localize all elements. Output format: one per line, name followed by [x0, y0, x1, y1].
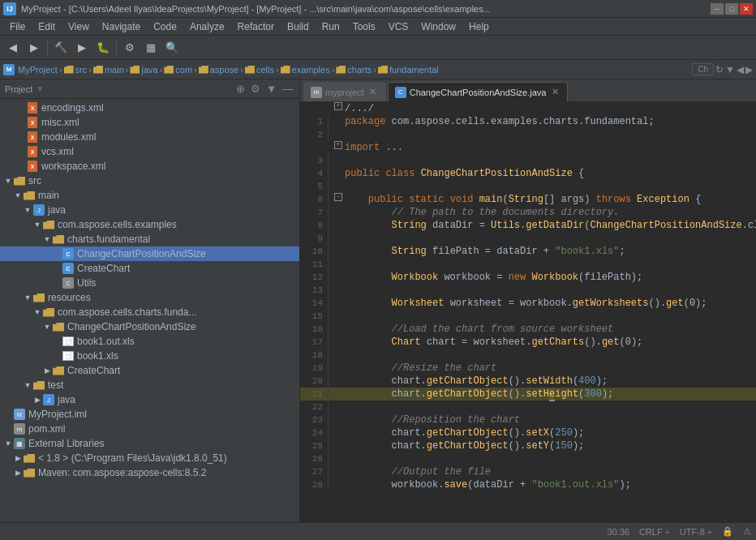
menu-item-file[interactable]: File	[3, 19, 32, 34]
code-content-28: workbook.save(dataDir + "book1.out.xls")…	[345, 478, 756, 491]
menu-item-code[interactable]: Code	[147, 19, 183, 34]
tree-item-modules[interactable]: X modules.xml	[0, 130, 299, 144]
toolbar-grid[interactable]: ▦	[141, 38, 161, 58]
tree-item-change-chart[interactable]: C ChangeChartPositionAndSize	[0, 246, 299, 261]
menu-item-edit[interactable]: Edit	[32, 19, 62, 34]
toolbar-forward[interactable]: ▶	[24, 38, 44, 58]
tree-item-createchart-folder[interactable]: ▶ CreateChart	[0, 363, 299, 378]
breadcrumb-examples[interactable]: examples	[292, 65, 330, 75]
menu-item-view[interactable]: View	[62, 19, 96, 34]
tree-item-main[interactable]: ▼ main	[0, 188, 299, 203]
project-panel-dropdown-icon[interactable]: ▼	[36, 84, 44, 93]
breadcrumb-charts[interactable]: charts	[347, 65, 372, 75]
tree-item-book1out[interactable]: 📄 book1.out.xls	[0, 334, 299, 349]
tree-arrow-resources[interactable]: ▼	[23, 294, 32, 302]
menu-item-help[interactable]: Help	[462, 19, 496, 34]
breadcrumb-fundamental[interactable]: fundamental	[389, 65, 439, 75]
code-line-14: 14 Worksheet worksheet = workbook.getWor…	[300, 297, 756, 310]
tree-item-maven[interactable]: ▶ Maven: com.aspose:aspose-cells:8.5.2	[0, 465, 299, 480]
tree-item-book1[interactable]: 📄 book1.xls	[0, 349, 299, 363]
panel-icon-1[interactable]: ⊕	[236, 83, 245, 95]
menu-item-run[interactable]: Run	[316, 19, 346, 34]
menu-item-build[interactable]: Build	[281, 19, 316, 34]
tree-item-res-change-folder[interactable]: ▼ ChangeChartPositionAndSize	[0, 319, 299, 334]
tree-item-res-com[interactable]: ▼ com.aspose.cells.charts.funda...	[0, 305, 299, 319]
minimize-button[interactable]: –	[711, 3, 724, 15]
tree-item-charts-fundamental[interactable]: ▼ charts.fundamental	[0, 232, 299, 246]
tree-arrow-test-java[interactable]: ▶	[32, 396, 42, 404]
tree-item-iml[interactable]: M MyProject.iml	[0, 407, 299, 422]
breadcrumb-run[interactable]: ▶	[745, 64, 753, 75]
toolbar-build[interactable]: 🔨	[51, 38, 71, 58]
tree-arrow-createchart-folder[interactable]: ▶	[42, 366, 52, 375]
toolbar-back[interactable]: ◀	[3, 38, 23, 58]
menu-item-analyze[interactable]: Analyze	[183, 19, 231, 34]
tree-item-test-java[interactable]: ▶ J java	[0, 392, 299, 407]
menu-item-vcs[interactable]: VCS	[382, 19, 415, 34]
tab-myproject[interactable]: m myproject ✕	[303, 82, 386, 101]
tab-close-myproject[interactable]: ✕	[367, 87, 379, 98]
maximize-button[interactable]: □	[725, 3, 738, 15]
tree-item-encodings[interactable]: X encodings.xml	[0, 101, 299, 115]
tree-arrow-com-aspose[interactable]: ▼	[32, 221, 42, 229]
fold-marker-method[interactable]: -	[332, 193, 345, 201]
menu-item-tools[interactable]: Tools	[346, 19, 382, 34]
tree-arrow-main[interactable]: ▼	[13, 191, 23, 199]
tree-item-java[interactable]: ▼ J java	[0, 203, 299, 217]
tree-item-vcs[interactable]: X vcs.xml	[0, 144, 299, 159]
tree-arrow-charts-fundamental[interactable]: ▼	[42, 235, 52, 243]
tree-arrow-ext-libs[interactable]: ▼	[3, 439, 13, 448]
panel-icon-3[interactable]: ▼	[266, 83, 277, 95]
status-lock-icon[interactable]: 🔒	[722, 526, 733, 537]
breadcrumb-dropdown[interactable]: ▼	[725, 64, 735, 75]
breadcrumb-myproject[interactable]: MyProject	[18, 65, 58, 75]
menu-item-refactor[interactable]: Refactor	[231, 19, 281, 34]
tree-arrow-test[interactable]: ▼	[23, 381, 32, 389]
tree-arrow-maven[interactable]: ▶	[13, 469, 23, 477]
breadcrumb-src[interactable]: src	[75, 65, 88, 75]
breadcrumb-left[interactable]: ◀	[737, 64, 744, 75]
breadcrumb-main[interactable]: main	[105, 65, 124, 75]
tree-item-com-aspose[interactable]: ▼ com.aspose.cells.examples	[0, 217, 299, 232]
breadcrumb-ch-button[interactable]: Ch	[692, 63, 714, 75]
tree-arrow-res-com[interactable]: ▼	[32, 308, 42, 316]
tab-change-chart[interactable]: C ChangeChartPositionAndSize.java ✕	[388, 82, 569, 101]
tree-item-pom[interactable]: m pom.xml	[0, 422, 299, 436]
line-num-13: 13	[300, 284, 329, 297]
tree-icon-change-chart: C	[62, 248, 75, 259]
menu-item-navigate[interactable]: Navigate	[96, 19, 147, 34]
tree-item-create-chart[interactable]: C CreateChart	[0, 261, 299, 276]
tree-item-workspace[interactable]: X workspace.xml	[0, 159, 299, 174]
breadcrumb-java[interactable]: java	[141, 65, 157, 75]
tree-arrow-src[interactable]: ▼	[3, 177, 13, 185]
breadcrumb-cells[interactable]: cells	[256, 65, 274, 75]
fold-marker-1[interactable]: +	[332, 102, 345, 110]
breadcrumb-refresh[interactable]: ↻	[715, 64, 724, 75]
panel-icon-4[interactable]: —	[282, 83, 293, 95]
tree-item-test[interactable]: ▼ test	[0, 378, 299, 392]
toolbar-debug[interactable]: 🐛	[93, 38, 113, 58]
editor-content[interactable]: ⊞ + /.../ 1 package com.aspose.cells.exa…	[300, 102, 756, 522]
status-line-sep[interactable]: CRLF ÷	[639, 527, 670, 537]
fold-marker-import[interactable]: +	[332, 141, 345, 149]
toolbar-search[interactable]: 🔍	[162, 38, 182, 58]
status-encoding[interactable]: UTF-8 ÷	[680, 527, 712, 537]
panel-icon-2[interactable]: ⚙	[251, 83, 260, 95]
breadcrumb-aspose[interactable]: aspose	[210, 65, 238, 75]
tree-item-resources[interactable]: ▼ resources	[0, 290, 299, 305]
tree-item-jdk[interactable]: ▶ < 1.8 > (C:\Program Files\Java\jdk1.8.…	[0, 451, 299, 465]
tree-item-utils[interactable]: C Utils	[0, 276, 299, 290]
tree-arrow-jdk[interactable]: ▶	[13, 454, 23, 462]
tree-arrow-java[interactable]: ▼	[23, 206, 32, 214]
tree-item-misc[interactable]: X misc.xml	[0, 115, 299, 130]
tree-item-src[interactable]: ▼ src	[0, 174, 299, 188]
close-button[interactable]: ✕	[740, 3, 753, 15]
breadcrumb-com[interactable]: com	[175, 65, 192, 75]
toolbar-run[interactable]: ▶	[72, 38, 92, 58]
tree-item-ext-libs[interactable]: ▼ ▦ External Libraries	[0, 436, 299, 451]
menu-item-window[interactable]: Window	[415, 19, 462, 34]
tab-close-change-chart[interactable]: ✕	[549, 87, 561, 98]
toolbar-settings[interactable]: ⚙	[120, 38, 140, 58]
status-warning-icon[interactable]: ⚠	[743, 526, 751, 537]
tree-arrow-res-change-folder[interactable]: ▼	[42, 323, 52, 331]
